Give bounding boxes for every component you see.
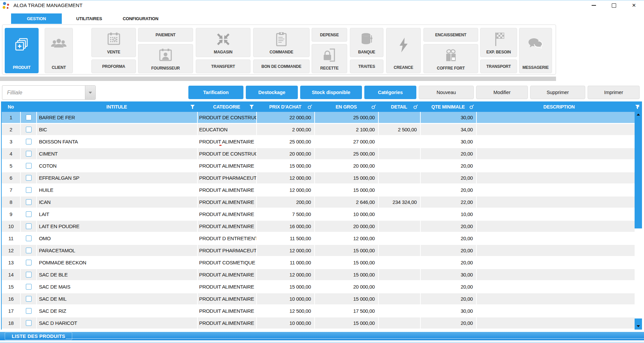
scroll-up-button[interactable]	[635, 112, 642, 117]
ribbon-button-commande[interactable]: COMMANDE	[253, 28, 310, 57]
table-row[interactable]: 6EFFERALGAN SPPRODUIT PHARMACEUTIQ12 000…	[2, 172, 635, 184]
table-row[interactable]: 7HUILEPRODUIT ALIMENTAIRE12 000,0015 000…	[2, 184, 635, 197]
row-checkbox[interactable]	[26, 308, 32, 314]
row-checkbox[interactable]	[26, 115, 32, 120]
row-checkbox[interactable]	[26, 199, 32, 205]
cell-en-gros: 12 000,00	[315, 233, 379, 244]
row-checkbox[interactable]	[26, 187, 32, 193]
cell-categorie: EDUCATION	[198, 124, 257, 135]
row-checkbox[interactable]	[26, 320, 32, 326]
column-header-qte-minimale[interactable]: QTE MINIMALE	[420, 101, 476, 112]
column-header-description[interactable]: DESCRIPTION	[476, 101, 642, 112]
close-button[interactable]: ✕	[624, 1, 644, 10]
cell-description	[477, 257, 635, 268]
row-checkbox[interactable]	[26, 260, 32, 265]
row-checkbox[interactable]	[26, 211, 32, 217]
table-row[interactable]: 12PARACETAMOLPRODUIT PHARMACEUTIQ12 000,…	[2, 245, 635, 257]
ribbon-button-exp-besoin[interactable]: EXP. BESOIN	[480, 28, 517, 57]
row-checkbox[interactable]	[26, 223, 32, 229]
column-header-chk	[20, 101, 36, 112]
row-checkbox[interactable]	[26, 296, 32, 302]
status-tab: LISTE DES PRODUITS	[5, 332, 72, 340]
cell-qte-minimale: 20,00	[421, 172, 477, 183]
table-row[interactable]: 3BOISSON FANTAPRODUIT ALIMENTAIRE25 000,…	[2, 136, 635, 148]
table-row[interactable]: 15SAC DE MAISPRODUIT ALIMENTAIRE15 000,0…	[2, 281, 635, 293]
scrollbar-track[interactable]	[635, 228, 642, 318]
ribbon-button-depense[interactable]: DEPENSE	[312, 28, 347, 42]
table-row[interactable]: 1BARRE DE FERPRODUIT DE CONSTRUCTI22 000…	[2, 112, 635, 124]
table-row[interactable]: 4CIMENTPRODUIT DE CONSTRUCTI20 000,0025 …	[2, 148, 635, 160]
cell-qte-minimale: 20,00	[421, 245, 477, 256]
cell-en-gros: 15 000,00	[315, 245, 379, 256]
scroll-down-button[interactable]	[635, 324, 642, 329]
table-row[interactable]: 13POMMADE BECKONPRODUIT COSMETIQUE11 000…	[2, 257, 635, 269]
row-checkbox[interactable]	[26, 151, 32, 157]
column-header-no[interactable]: No	[1, 101, 20, 112]
table-row[interactable]: 5COTONPRODUIT ALIMENTAIRE15 000,0020 000…	[2, 160, 635, 172]
cat-gories-button[interactable]: Catégories	[364, 86, 416, 99]
tarification-button[interactable]: Tarification	[188, 86, 243, 99]
table-row[interactable]: 11OMOPRODUIT D ENTRETIENT11 500,0012 000…	[2, 233, 635, 245]
column-header-categorie[interactable]: CATEGORIE	[197, 101, 256, 112]
column-header-intitule[interactable]: INTITULE	[36, 101, 197, 112]
search-icon[interactable]	[371, 104, 376, 109]
table-row[interactable]: 2BICEDUCATION2 000,002 100,002 500,0034,…	[2, 124, 635, 136]
table-row[interactable]: 18SAC D HARICOTPRODUIT ALIMENTAIRE10 000…	[2, 317, 635, 330]
table-row[interactable]: 8ICANPRODUIT ALIMENTAIRE200,002 646,0023…	[2, 197, 635, 209]
ribbon-button-encaissement[interactable]: ENCAISSEMENT	[423, 28, 478, 42]
table-row[interactable]: 10LAIT EN POUDREPRODUIT ALIMENTAIRE16 00…	[2, 221, 635, 233]
imprimer-button[interactable]: Imprimer	[588, 86, 640, 99]
header-expander-icon[interactable]: >	[636, 101, 639, 112]
tab-gestion[interactable]: GESTION	[11, 13, 62, 24]
table-row[interactable]: 17SAC DE RIZPRODUIT ALIMENTAIRE12 500,00…	[2, 305, 635, 317]
row-checkbox[interactable]	[26, 127, 32, 132]
minimize-button[interactable]	[584, 1, 604, 10]
maximize-button[interactable]	[604, 1, 624, 10]
ribbon-button-recette[interactable]: RECETTE	[312, 44, 347, 73]
search-icon[interactable]	[469, 104, 474, 109]
ribbon-button-traites[interactable]: TRAITES	[350, 59, 383, 73]
branch-filter-combobox[interactable]: Filliale	[2, 85, 96, 100]
ribbon-button-bon-de-commande[interactable]: BON DE COMMANDE	[253, 59, 310, 73]
row-checkbox[interactable]	[26, 139, 32, 144]
table-row[interactable]: 9LAITPRODUIT ALIMENTAIRE7 500,0010 000,0…	[2, 209, 635, 221]
nouveau-button[interactable]: Nouveau	[419, 86, 474, 99]
ribbon-button-proforma[interactable]: PROFORMA	[91, 59, 136, 73]
ribbon-button-banque[interactable]: BANQUE	[350, 28, 383, 57]
supprimer-button[interactable]: Supprimer	[530, 86, 585, 99]
ribbon-button-produit[interactable]: PRODUIT	[5, 28, 39, 73]
ribbon-button-transport[interactable]: TRANSPORT	[480, 59, 517, 73]
vertical-scrollbar[interactable]	[635, 112, 642, 330]
table-row[interactable]: 14SAC DE BLEPRODUIT ALIMENTAIRE12 000,00…	[2, 269, 635, 281]
search-icon[interactable]	[413, 104, 418, 109]
tab-utilitaires[interactable]: UTILITAIRES	[65, 13, 113, 24]
ribbon-button-vente[interactable]: VENTE	[91, 28, 136, 57]
ribbon-button-creance[interactable]: CREANCE	[386, 28, 421, 73]
ribbon-button-coffre-fort[interactable]: COFFRE FORT	[423, 44, 478, 73]
row-checkbox[interactable]	[26, 272, 32, 277]
destockage-button[interactable]: Destockage	[246, 86, 298, 99]
row-checkbox[interactable]	[26, 248, 32, 253]
column-header-detail[interactable]: DETAIL	[378, 101, 420, 112]
row-checkbox[interactable]	[26, 235, 32, 241]
ribbon-button-transfert[interactable]: TRANSFERT	[196, 59, 250, 73]
row-checkbox[interactable]	[26, 175, 32, 181]
tab-configuration[interactable]: CONFIGURATION	[117, 13, 165, 24]
combo-dropdown-button[interactable]	[85, 86, 95, 99]
ribbon-button-magasin[interactable]: MAGASIN	[196, 28, 250, 57]
column-header-prix-d-achat[interactable]: PRIX D'ACHAT	[256, 101, 314, 112]
ribbon-button-client[interactable]: CLIENT	[45, 28, 73, 73]
row-checkbox[interactable]	[26, 163, 32, 169]
cell-intitule: PARACETAMOL	[37, 245, 198, 256]
ribbon-button-paiement[interactable]: PAIEMENT	[138, 28, 193, 42]
stock-disponible-button[interactable]: Stock disponible	[300, 86, 362, 99]
ribbon-button-fournisseur[interactable]: FOURNISSEUR	[138, 44, 193, 73]
column-header-en-gros[interactable]: EN GROS	[314, 101, 378, 112]
search-icon[interactable]	[308, 104, 312, 109]
filter-icon[interactable]	[190, 104, 195, 109]
row-checkbox[interactable]	[26, 284, 32, 290]
ribbon-button-messagerie[interactable]: MESSAGERIE	[519, 28, 552, 73]
filter-icon[interactable]	[249, 104, 254, 109]
modifier-button[interactable]: Modifier	[476, 86, 528, 99]
table-row[interactable]: 16SAC DE MILPRODUIT ALIMENTAIRE10 000,00…	[2, 293, 635, 305]
